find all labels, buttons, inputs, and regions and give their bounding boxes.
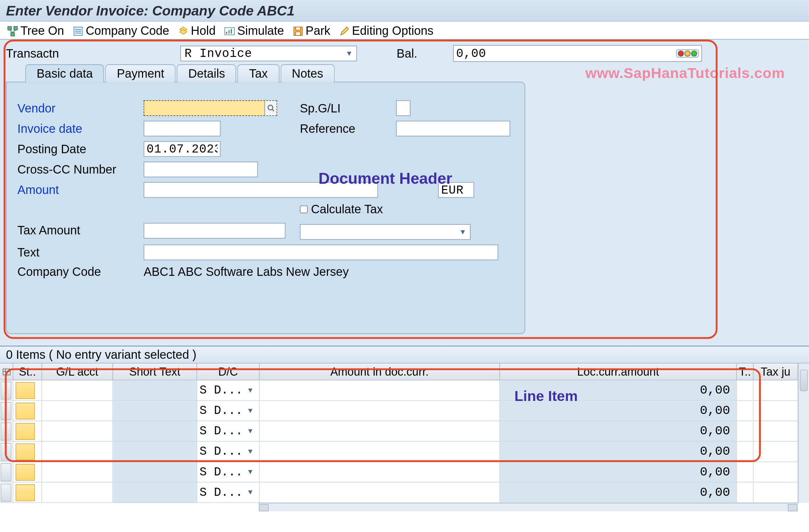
col-status[interactable]: St.. — [13, 364, 42, 380]
taxj-cell[interactable] — [753, 482, 798, 503]
dc-select[interactable]: S D...▼ — [197, 424, 255, 438]
status-chip[interactable] — [15, 484, 35, 501]
vendor-label[interactable]: Vendor — [18, 101, 144, 115]
park-label: Park — [306, 24, 330, 38]
hold-icon — [177, 26, 188, 37]
scroll-right-icon[interactable] — [788, 504, 797, 511]
taxj-cell[interactable] — [753, 421, 798, 442]
vertical-scrollbar[interactable] — [798, 364, 809, 503]
col-taxj[interactable]: Tax ju — [753, 364, 798, 380]
status-chip[interactable] — [15, 382, 35, 399]
gl-acct-cell[interactable] — [42, 401, 113, 421]
t-cell[interactable] — [737, 482, 753, 503]
gl-acct-cell[interactable] — [42, 482, 113, 503]
svg-rect-12 — [231, 28, 232, 33]
simulate-label: Simulate — [237, 24, 284, 38]
text-label: Text — [18, 246, 144, 259]
dc-select[interactable]: S D...▼ — [197, 404, 255, 417]
col-short-text[interactable]: Short Text — [113, 364, 197, 380]
horizontal-scrollbar[interactable] — [258, 503, 798, 511]
tab-tax[interactable]: Tax — [238, 64, 279, 82]
hold-button[interactable]: Hold — [175, 24, 218, 38]
taxj-cell[interactable] — [753, 442, 798, 462]
tree-icon — [7, 26, 18, 37]
t-cell[interactable] — [737, 380, 753, 401]
t-cell[interactable] — [737, 462, 753, 482]
amount-loc-cell: 0,00 — [500, 482, 737, 503]
toolbar: Tree On Company Code Hold Simulate Park — [0, 22, 809, 40]
invoice-date-field[interactable] — [144, 121, 221, 136]
amount-loc-cell: 0,00 — [500, 462, 737, 482]
col-t[interactable]: T.. — [737, 364, 753, 380]
table-config-icon[interactable] — [0, 364, 13, 380]
t-cell[interactable] — [737, 442, 753, 462]
amount-doc-cell[interactable] — [260, 380, 500, 401]
dc-select[interactable]: S D...▼ — [197, 465, 255, 479]
crosscc-field[interactable] — [144, 162, 258, 177]
amount-label[interactable]: Amount — [18, 183, 144, 197]
tax-amount-field[interactable] — [144, 223, 286, 238]
tax-code-select[interactable]: ▼ — [300, 224, 471, 240]
taxj-cell[interactable] — [753, 462, 798, 482]
gl-acct-cell[interactable] — [42, 421, 113, 442]
dc-select[interactable]: S D...▼ — [197, 486, 255, 499]
col-dc[interactable]: D/C — [197, 364, 260, 380]
taxj-cell[interactable] — [753, 401, 798, 421]
status-chip[interactable] — [15, 423, 35, 440]
tree-on-button[interactable]: Tree On — [5, 24, 66, 38]
row-select-button[interactable] — [1, 381, 12, 399]
spgl-field[interactable] — [396, 100, 410, 116]
col-amount-loc[interactable]: Loc.curr.amount — [500, 364, 737, 380]
row-select-button[interactable] — [1, 402, 12, 420]
park-button[interactable]: Park — [290, 24, 333, 38]
tab-details[interactable]: Details — [177, 64, 237, 82]
company-code-button[interactable]: Company Code — [70, 24, 171, 38]
short-text-cell — [113, 482, 197, 503]
taxj-cell[interactable] — [753, 380, 798, 401]
calculate-tax-label: Calculate Tax — [311, 202, 383, 216]
scroll-left-icon[interactable] — [259, 504, 268, 511]
t-cell[interactable] — [737, 421, 753, 442]
amount-doc-cell[interactable] — [260, 401, 500, 421]
posting-date-field[interactable] — [144, 141, 221, 157]
amount-doc-cell[interactable] — [260, 421, 500, 442]
status-chip[interactable] — [15, 402, 35, 419]
gl-acct-cell[interactable] — [42, 462, 113, 482]
row-select-button[interactable] — [1, 442, 12, 460]
reference-field[interactable] — [396, 121, 510, 136]
calculate-tax-checkbox[interactable] — [300, 206, 308, 213]
gl-acct-cell[interactable] — [42, 442, 113, 462]
dc-select[interactable]: S D...▼ — [197, 383, 255, 397]
amount-doc-cell[interactable] — [260, 442, 500, 462]
dc-select[interactable]: S D...▼ — [197, 445, 255, 458]
status-chip[interactable] — [15, 463, 35, 480]
svg-rect-1 — [14, 26, 17, 30]
transactn-label: Transactn — [6, 47, 180, 60]
amount-doc-cell[interactable] — [260, 482, 500, 503]
line-item-callout: Line Item — [514, 388, 578, 404]
row-select-button[interactable] — [1, 484, 12, 501]
hold-label: Hold — [191, 24, 215, 38]
search-help-icon[interactable] — [264, 101, 276, 115]
tab-basic-data[interactable]: Basic data — [25, 64, 104, 82]
short-text-cell — [113, 442, 197, 462]
vendor-field[interactable] — [144, 100, 277, 116]
simulate-button[interactable]: Simulate — [222, 24, 286, 38]
col-amount-doc[interactable]: Amount in doc.curr. — [260, 364, 500, 380]
invoice-date-label[interactable]: Invoice date — [18, 122, 144, 135]
status-chip[interactable] — [15, 443, 35, 460]
svg-line-4 — [13, 30, 16, 32]
row-select-button[interactable] — [1, 463, 12, 481]
transactn-select[interactable]: R Invoice ▼ — [180, 46, 357, 61]
t-cell[interactable] — [737, 401, 753, 421]
gl-acct-cell[interactable] — [42, 380, 113, 401]
text-field[interactable] — [144, 245, 498, 260]
col-gl-acct[interactable]: G/L acct — [42, 364, 113, 380]
editing-options-button[interactable]: Editing Options — [336, 24, 436, 38]
title-bar: Enter Vendor Invoice: Company Code ABC1 — [0, 0, 809, 22]
amount-doc-cell[interactable] — [260, 462, 500, 482]
tab-notes[interactable]: Notes — [280, 64, 335, 82]
row-select-button[interactable] — [1, 422, 12, 440]
tab-payment[interactable]: Payment — [105, 64, 176, 82]
company-code-label: Company Code — [86, 24, 169, 38]
